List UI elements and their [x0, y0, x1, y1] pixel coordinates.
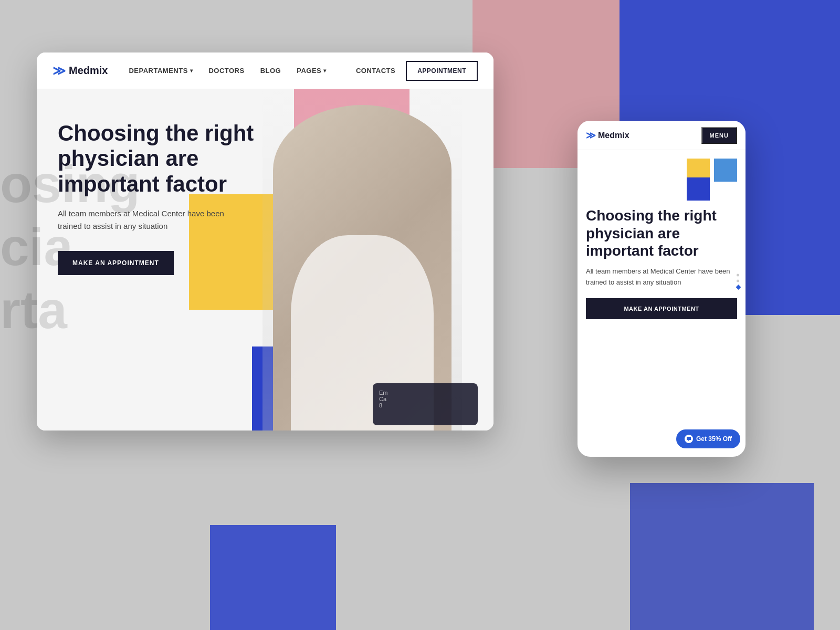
hero-content: Choosing the right physician are importa…	[58, 121, 278, 275]
nav-pages[interactable]: PAGES	[297, 67, 327, 75]
hero-subtitle: All team members at Medical Center have …	[58, 207, 226, 233]
desktop-nav-links: DEPARTAMENTS DOCTORS BLOG PAGES	[129, 67, 355, 75]
desktop-bottom-card: EmCa8	[373, 383, 478, 425]
discount-label: Get 35% Off	[696, 435, 732, 443]
desktop-navbar: ≫ Medmix DEPARTAMENTS DOCTORS BLOG PAGES…	[37, 52, 494, 89]
desktop-mockup: ≫ Medmix DEPARTAMENTS DOCTORS BLOG PAGES…	[37, 52, 494, 430]
scroll-dot-2	[737, 280, 739, 282]
bottom-card-text: EmCa8	[379, 390, 471, 408]
mobile-hero-title: Choosing the right physician are importa…	[586, 207, 737, 260]
mobile-logo[interactable]: ≫ Medmix	[586, 130, 701, 141]
logo-text: Medmix	[69, 65, 108, 77]
desktop-hero: Choosing the right physician are importa…	[37, 89, 494, 430]
hero-title: Choosing the right physician are importa…	[58, 121, 278, 197]
mobile-dark-blue-square	[687, 177, 710, 201]
doctor-figure	[262, 89, 462, 430]
mobile-cta-button[interactable]: MAKE AN APPOINTMENT	[586, 298, 737, 319]
nav-doctors[interactable]: DOCTORS	[208, 67, 244, 75]
mobile-hero: Choosing the right physician are importa…	[578, 150, 746, 413]
discount-button[interactable]: Get 35% Off	[676, 429, 740, 448]
mobile-mockup: ≫ Medmix MENU Choosing the right physici…	[578, 121, 746, 457]
mobile-light-blue-square	[714, 159, 737, 182]
mobile-decorative-squares	[586, 159, 737, 201]
mobile-logo-text: Medmix	[598, 131, 629, 140]
nav-departaments[interactable]: DEPARTAMENTS	[129, 67, 193, 75]
mobile-logo-icon: ≫	[586, 130, 595, 141]
scroll-dot-1	[737, 274, 739, 277]
bg-blue-corner-block	[210, 525, 336, 630]
mobile-scroll-indicator	[737, 274, 740, 289]
mobile-menu-button[interactable]: MENU	[701, 127, 737, 144]
scroll-dot-active	[736, 285, 741, 290]
doctor-silhouette	[273, 105, 452, 430]
chat-icon	[685, 435, 693, 443]
contacts-link[interactable]: CONTACTS	[356, 67, 395, 75]
mobile-hero-subtitle: All team members at Medical Center have …	[586, 266, 737, 288]
desktop-nav-right: CONTACTS APPOINTMENT	[356, 61, 478, 81]
mobile-navbar: ≫ Medmix MENU	[578, 121, 746, 150]
desktop-cta-button[interactable]: MAKE AN APPOINTMENT	[58, 251, 174, 275]
desktop-logo[interactable]: ≫ Medmix	[52, 64, 108, 78]
logo-icon: ≫	[52, 64, 65, 78]
appointment-button[interactable]: APPOINTMENT	[406, 61, 478, 81]
nav-blog[interactable]: BLOG	[260, 67, 281, 75]
bg-blue-bottom-right-block	[630, 483, 814, 630]
